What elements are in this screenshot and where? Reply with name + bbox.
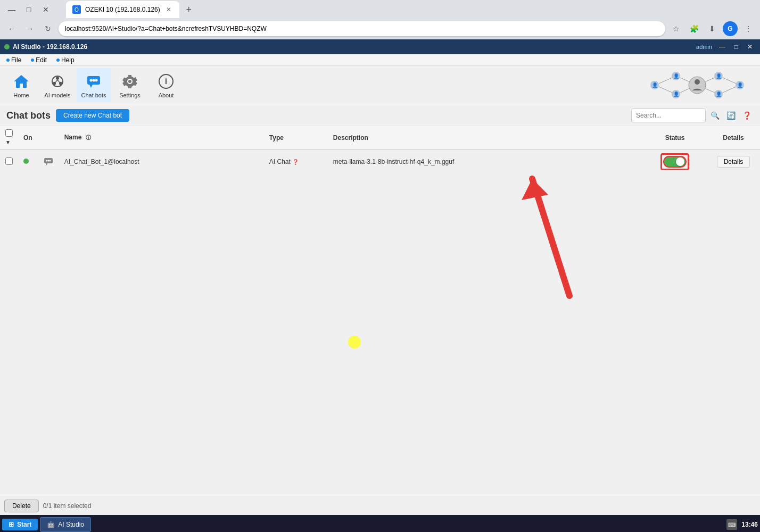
cell-desc-0: meta-llama-3.1-8b-instruct-hf-q4_k_m.ggu… (328, 149, 643, 174)
cell-checkbox-0[interactable] (0, 149, 18, 174)
content-header: Chat bots Create new Chat bot 🔍 🔄 ❓ (0, 104, 760, 126)
cell-on-0 (18, 149, 38, 174)
menu-button[interactable]: ⋮ (741, 21, 756, 36)
status-toggle-0[interactable] (663, 156, 687, 168)
network-graphic: 👤 👤 👤 👤 👤 👤 (639, 68, 756, 102)
svg-point-12 (128, 80, 131, 83)
profile-button[interactable]: G (723, 21, 738, 36)
svg-line-26 (680, 88, 690, 93)
tab-close-button[interactable]: ✕ (164, 5, 173, 14)
toolbar-chat-bots-button[interactable]: Chat bots (77, 68, 111, 102)
svg-line-29 (723, 78, 736, 84)
refresh-button[interactable]: ↻ (40, 21, 55, 36)
svg-line-5 (57, 80, 60, 82)
taskbar-start-button[interactable]: ⊞ Start (2, 519, 38, 530)
toolbar: Home AI models (0, 66, 760, 104)
search-button[interactable]: 🔍 (708, 109, 722, 122)
help-button[interactable]: ❓ (740, 109, 754, 122)
menu-dot-edit (31, 59, 34, 62)
address-input[interactable] (59, 21, 665, 36)
row-checkbox-0[interactable] (5, 157, 13, 165)
toolbar-ai-models-label: AI models (45, 92, 71, 98)
menu-help[interactable]: Help (52, 55, 79, 65)
toggle-slider-0 (663, 156, 687, 168)
create-chatbot-button[interactable]: Create new Chat bot (56, 109, 129, 122)
app-window: AI Studio - 192.168.0.126 admin — □ ✕ Fi… (0, 39, 760, 515)
address-bar: ← → ↻ ☆ 🧩 ⬇ G ⋮ (0, 19, 760, 39)
new-tab-button[interactable]: + (181, 2, 196, 17)
svg-point-9 (93, 79, 95, 81)
type-info-icon-0: ❓ (292, 159, 299, 165)
cell-icon-0 (38, 149, 59, 174)
forward-button[interactable]: → (22, 21, 37, 36)
table-row: AI_Chat_Bot_1@localhost AI Chat ❓ meta-l… (0, 149, 760, 174)
svg-text:👤: 👤 (737, 82, 744, 88)
browser-tab-active[interactable]: O OZEKI 10 (192.168.0.126) ✕ (66, 1, 179, 18)
svg-text:👤: 👤 (716, 91, 722, 97)
extensions-button[interactable]: 🧩 (687, 21, 701, 36)
back-button[interactable]: ← (4, 21, 19, 36)
details-button-0[interactable]: Details (717, 156, 750, 168)
svg-line-24 (659, 87, 672, 93)
minimize-button[interactable]: — (4, 2, 19, 17)
cell-details-0: Details (707, 149, 760, 174)
col-header-details: Details (707, 126, 760, 149)
svg-point-41 (49, 160, 51, 161)
toolbar-chat-bots-label: Chat bots (81, 92, 106, 98)
col-sort-arrow: ▼ (5, 139, 11, 145)
close-button[interactable]: ✕ (38, 2, 53, 17)
menu-file[interactable]: File (2, 55, 26, 65)
col-header-checkbox[interactable]: ▼ (0, 126, 18, 149)
about-icon: i (156, 72, 176, 91)
app-maximize-button[interactable]: □ (730, 42, 742, 52)
svg-line-27 (705, 78, 715, 82)
svg-line-30 (723, 87, 736, 93)
toolbar-home-button[interactable]: Home (4, 68, 38, 102)
refresh-list-button[interactable]: 🔄 (724, 109, 738, 122)
toolbar-right-graphic: 👤 👤 👤 👤 👤 👤 (639, 68, 756, 102)
svg-text:i: i (165, 77, 167, 86)
content-area: Chat bots Create new Chat bot 🔍 🔄 ❓ (0, 104, 760, 496)
cell-status-0[interactable] (643, 149, 707, 174)
app-minimize-button[interactable]: — (716, 42, 728, 52)
page-title: Chat bots (6, 110, 51, 121)
status-dot-0 (23, 159, 29, 164)
bot-icon-0 (43, 156, 54, 167)
app-title-text: AI Studio - 192.168.0.126 (13, 43, 87, 51)
search-input[interactable] (631, 109, 706, 122)
svg-point-10 (95, 79, 98, 81)
table-body: AI_Chat_Bot_1@localhost AI Chat ❓ meta-l… (0, 149, 760, 174)
svg-line-23 (659, 78, 672, 84)
menu-dot-file (6, 59, 10, 62)
tab-bar: O OZEKI 10 (192.168.0.126) ✕ + (62, 1, 756, 18)
bookmark-button[interactable]: ☆ (668, 21, 683, 36)
svg-marker-7 (89, 85, 93, 88)
svg-text:👤: 👤 (652, 82, 658, 88)
admin-label: admin (696, 44, 712, 50)
toolbar-settings-button[interactable]: Settings (113, 68, 147, 102)
maximize-button[interactable]: □ (21, 2, 36, 17)
delete-button[interactable]: Delete (4, 500, 39, 512)
col-header-name[interactable]: Name ⓘ (59, 126, 264, 149)
ai-models-icon (48, 72, 67, 91)
svg-line-4 (55, 80, 57, 82)
svg-point-8 (90, 79, 93, 81)
col-header-status: Status (643, 126, 707, 149)
download-button[interactable]: ⬇ (705, 21, 720, 36)
content-wrapper: Chat bots Create new Chat bot 🔍 🔄 ❓ (0, 104, 760, 496)
cell-type-0: AI Chat ❓ (264, 149, 328, 174)
svg-text:👤: 👤 (673, 73, 680, 79)
chat-bots-icon (84, 72, 103, 91)
svg-text:👤: 👤 (673, 91, 680, 97)
window-controls: — □ ✕ (4, 2, 53, 17)
col-name-info-icon: ⓘ (86, 135, 91, 140)
select-all-checkbox[interactable] (5, 129, 13, 137)
toolbar-about-button[interactable]: i About (149, 68, 183, 102)
app-close-button[interactable]: ✕ (744, 42, 756, 52)
tab-title: OZEKI 10 (192.168.0.126) (85, 6, 160, 13)
browser-titlebar: — □ ✕ O OZEKI 10 (192.168.0.126) ✕ + (0, 0, 760, 19)
toolbar-ai-models-button[interactable]: AI models (40, 68, 75, 102)
taskbar-ai-studio-button[interactable]: 🤖 AI Studio (40, 517, 91, 532)
taskbar-left: ⊞ Start 🤖 AI Studio (2, 517, 91, 532)
menu-edit[interactable]: Edit (27, 55, 51, 65)
